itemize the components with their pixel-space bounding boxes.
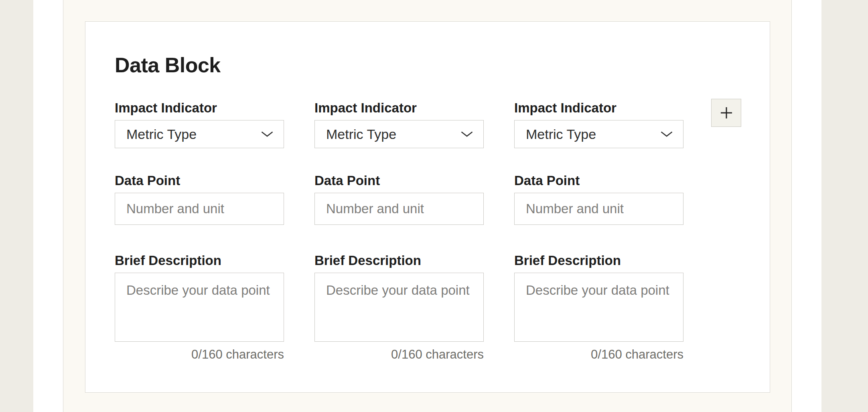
metric-type-select-value: Metric Type [326, 126, 396, 142]
brief-description-textarea[interactable] [314, 273, 484, 342]
character-counter: 0/160 characters [115, 348, 284, 361]
impact-indicator-label: Impact Indicator [115, 101, 284, 114]
brief-description-label: Brief Description [514, 254, 683, 267]
chevron-down-icon [661, 131, 673, 137]
data-point-label: Data Point [314, 174, 484, 187]
add-data-block-button[interactable] [711, 99, 741, 127]
data-point-label: Data Point [514, 174, 683, 187]
metric-type-select[interactable]: Metric Type [115, 120, 284, 148]
data-block-card: Data Block Impact Indicator Metric Type … [85, 21, 770, 393]
chevron-down-icon [261, 131, 273, 137]
data-block-column-1: Impact Indicator Metric Type Data Point … [115, 101, 284, 361]
impact-indicator-label: Impact Indicator [514, 101, 683, 114]
page-title: Data Block [115, 54, 741, 76]
metric-type-select[interactable]: Metric Type [314, 120, 484, 148]
brief-description-textarea[interactable] [514, 273, 683, 342]
chevron-down-icon [461, 131, 473, 137]
form-canvas: Data Block Impact Indicator Metric Type … [63, 0, 792, 412]
data-point-input[interactable] [115, 193, 284, 225]
data-point-input[interactable] [314, 193, 484, 225]
metric-type-select-value: Metric Type [126, 126, 197, 142]
data-point-input[interactable] [514, 193, 683, 225]
data-block-column-2: Impact Indicator Metric Type Data Point … [314, 101, 484, 361]
impact-indicator-label: Impact Indicator [314, 101, 484, 114]
data-point-label: Data Point [115, 174, 284, 187]
data-block-column-3: Impact Indicator Metric Type Data Point … [514, 101, 683, 361]
brief-description-textarea[interactable] [115, 273, 284, 342]
plus-icon [720, 107, 732, 119]
brief-description-label: Brief Description [314, 254, 484, 267]
data-block-grid: Impact Indicator Metric Type Data Point … [115, 101, 741, 361]
metric-type-select-value: Metric Type [526, 126, 596, 142]
character-counter: 0/160 characters [514, 348, 683, 361]
brief-description-label: Brief Description [115, 254, 284, 267]
metric-type-select[interactable]: Metric Type [514, 120, 683, 148]
character-counter: 0/160 characters [314, 348, 484, 361]
